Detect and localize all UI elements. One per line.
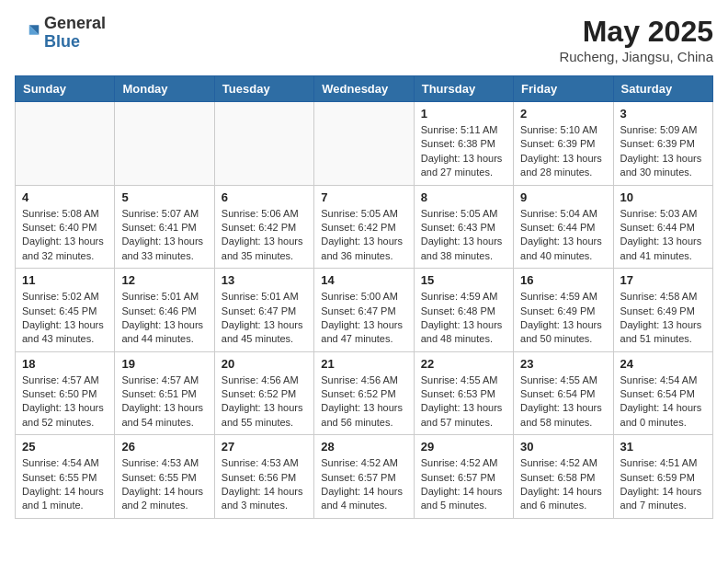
day-info: Sunrise: 4:54 AM Sunset: 6:55 PM Dayligh… bbox=[22, 456, 108, 513]
calendar-cell: 24Sunrise: 4:54 AM Sunset: 6:54 PM Dayli… bbox=[613, 351, 712, 435]
day-number: 12 bbox=[121, 273, 207, 287]
calendar-cell: 17Sunrise: 4:58 AM Sunset: 6:49 PM Dayli… bbox=[613, 269, 712, 352]
day-number: 18 bbox=[22, 357, 108, 371]
calendar-cell: 23Sunrise: 4:55 AM Sunset: 6:54 PM Dayli… bbox=[514, 351, 613, 435]
day-number: 10 bbox=[620, 190, 706, 204]
calendar-week-row: 4Sunrise: 5:08 AM Sunset: 6:40 PM Daylig… bbox=[16, 185, 713, 269]
calendar-cell: 22Sunrise: 4:55 AM Sunset: 6:53 PM Dayli… bbox=[414, 351, 513, 435]
day-number: 28 bbox=[321, 440, 406, 454]
calendar-week-row: 11Sunrise: 5:02 AM Sunset: 6:45 PM Dayli… bbox=[16, 269, 713, 352]
logo-general: General bbox=[44, 14, 106, 32]
calendar-table: SundayMondayTuesdayWednesdayThursdayFrid… bbox=[15, 75, 713, 519]
calendar-cell: 12Sunrise: 5:01 AM Sunset: 6:46 PM Dayli… bbox=[115, 269, 214, 352]
weekday-header: Tuesday bbox=[214, 76, 313, 102]
day-number: 25 bbox=[22, 440, 108, 454]
day-number: 20 bbox=[222, 357, 307, 371]
day-number: 14 bbox=[321, 273, 406, 287]
weekday-header: Monday bbox=[115, 76, 214, 102]
calendar-cell: 7Sunrise: 5:05 AM Sunset: 6:42 PM Daylig… bbox=[314, 185, 414, 269]
day-info: Sunrise: 4:56 AM Sunset: 6:52 PM Dayligh… bbox=[222, 373, 307, 431]
logo: General Blue bbox=[15, 15, 106, 52]
day-number: 26 bbox=[121, 440, 207, 454]
day-number: 29 bbox=[421, 440, 506, 454]
calendar-cell: 9Sunrise: 5:04 AM Sunset: 6:44 PM Daylig… bbox=[514, 185, 613, 269]
calendar-cell: 3Sunrise: 5:09 AM Sunset: 6:39 PM Daylig… bbox=[613, 102, 712, 186]
calendar-cell bbox=[214, 102, 313, 186]
day-info: Sunrise: 4:57 AM Sunset: 6:51 PM Dayligh… bbox=[121, 373, 207, 431]
calendar-cell: 20Sunrise: 4:56 AM Sunset: 6:52 PM Dayli… bbox=[214, 351, 313, 435]
day-info: Sunrise: 4:54 AM Sunset: 6:54 PM Dayligh… bbox=[620, 373, 706, 431]
day-info: Sunrise: 4:58 AM Sunset: 6:49 PM Dayligh… bbox=[620, 290, 706, 347]
calendar-cell bbox=[16, 102, 115, 186]
day-number: 13 bbox=[222, 273, 307, 287]
calendar-cell: 4Sunrise: 5:08 AM Sunset: 6:40 PM Daylig… bbox=[16, 185, 115, 269]
day-number: 21 bbox=[321, 357, 406, 371]
calendar-cell: 19Sunrise: 4:57 AM Sunset: 6:51 PM Dayli… bbox=[115, 351, 214, 435]
day-number: 2 bbox=[520, 107, 606, 121]
day-number: 19 bbox=[121, 357, 207, 371]
calendar-week-row: 1Sunrise: 5:11 AM Sunset: 6:38 PM Daylig… bbox=[16, 102, 713, 186]
calendar-cell: 2Sunrise: 5:10 AM Sunset: 6:39 PM Daylig… bbox=[514, 102, 613, 186]
month-title: May 2025 bbox=[559, 15, 713, 49]
day-info: Sunrise: 5:06 AM Sunset: 6:42 PM Dayligh… bbox=[222, 207, 307, 264]
day-info: Sunrise: 4:53 AM Sunset: 6:56 PM Dayligh… bbox=[222, 456, 307, 513]
calendar-cell bbox=[115, 102, 214, 186]
day-number: 24 bbox=[620, 357, 706, 371]
calendar-cell: 5Sunrise: 5:07 AM Sunset: 6:41 PM Daylig… bbox=[115, 185, 214, 269]
day-number: 5 bbox=[121, 190, 207, 204]
day-info: Sunrise: 5:02 AM Sunset: 6:45 PM Dayligh… bbox=[22, 290, 108, 347]
calendar-cell: 29Sunrise: 4:52 AM Sunset: 6:57 PM Dayli… bbox=[414, 435, 513, 519]
day-number: 31 bbox=[620, 440, 706, 454]
day-number: 27 bbox=[222, 440, 307, 454]
day-info: Sunrise: 4:51 AM Sunset: 6:59 PM Dayligh… bbox=[620, 456, 706, 513]
day-number: 11 bbox=[22, 273, 108, 287]
day-info: Sunrise: 5:05 AM Sunset: 6:43 PM Dayligh… bbox=[421, 207, 506, 264]
weekday-header: Wednesday bbox=[314, 76, 414, 102]
day-info: Sunrise: 4:57 AM Sunset: 6:50 PM Dayligh… bbox=[22, 373, 108, 431]
day-number: 6 bbox=[222, 190, 307, 204]
weekday-header: Friday bbox=[514, 76, 613, 102]
day-info: Sunrise: 5:05 AM Sunset: 6:42 PM Dayligh… bbox=[321, 207, 406, 264]
calendar-cell: 14Sunrise: 5:00 AM Sunset: 6:47 PM Dayli… bbox=[314, 269, 414, 352]
day-info: Sunrise: 4:55 AM Sunset: 6:53 PM Dayligh… bbox=[421, 373, 506, 431]
weekday-header-row: SundayMondayTuesdayWednesdayThursdayFrid… bbox=[16, 76, 713, 102]
page-header: General Blue May 2025 Rucheng, Jiangsu, … bbox=[15, 15, 713, 64]
day-info: Sunrise: 4:56 AM Sunset: 6:52 PM Dayligh… bbox=[321, 373, 406, 431]
day-info: Sunrise: 4:59 AM Sunset: 6:48 PM Dayligh… bbox=[421, 290, 506, 347]
calendar-cell: 16Sunrise: 4:59 AM Sunset: 6:49 PM Dayli… bbox=[514, 269, 613, 352]
day-info: Sunrise: 5:01 AM Sunset: 6:47 PM Dayligh… bbox=[222, 290, 307, 347]
calendar-cell: 15Sunrise: 4:59 AM Sunset: 6:48 PM Dayli… bbox=[414, 269, 513, 352]
day-number: 23 bbox=[520, 357, 606, 371]
day-info: Sunrise: 5:04 AM Sunset: 6:44 PM Dayligh… bbox=[520, 207, 606, 264]
day-number: 15 bbox=[421, 273, 506, 287]
day-info: Sunrise: 4:53 AM Sunset: 6:55 PM Dayligh… bbox=[121, 456, 207, 513]
calendar-cell bbox=[314, 102, 414, 186]
calendar-week-row: 25Sunrise: 4:54 AM Sunset: 6:55 PM Dayli… bbox=[16, 435, 713, 519]
logo-blue: Blue bbox=[44, 32, 80, 51]
day-number: 17 bbox=[620, 273, 706, 287]
calendar-cell: 13Sunrise: 5:01 AM Sunset: 6:47 PM Dayli… bbox=[214, 269, 313, 352]
calendar-cell: 30Sunrise: 4:52 AM Sunset: 6:58 PM Dayli… bbox=[514, 435, 613, 519]
day-info: Sunrise: 4:52 AM Sunset: 6:57 PM Dayligh… bbox=[321, 456, 406, 513]
calendar-cell: 26Sunrise: 4:53 AM Sunset: 6:55 PM Dayli… bbox=[115, 435, 214, 519]
calendar-cell: 8Sunrise: 5:05 AM Sunset: 6:43 PM Daylig… bbox=[414, 185, 513, 269]
location: Rucheng, Jiangsu, China bbox=[559, 49, 713, 64]
calendar-cell: 11Sunrise: 5:02 AM Sunset: 6:45 PM Dayli… bbox=[16, 269, 115, 352]
day-number: 1 bbox=[421, 107, 506, 121]
day-number: 8 bbox=[421, 190, 506, 204]
day-number: 4 bbox=[22, 190, 108, 204]
calendar-cell: 27Sunrise: 4:53 AM Sunset: 6:56 PM Dayli… bbox=[214, 435, 313, 519]
weekday-header: Thursday bbox=[414, 76, 513, 102]
logo-icon bbox=[15, 20, 40, 46]
day-info: Sunrise: 4:55 AM Sunset: 6:54 PM Dayligh… bbox=[520, 373, 606, 431]
weekday-header: Sunday bbox=[16, 76, 115, 102]
title-block: May 2025 Rucheng, Jiangsu, China bbox=[559, 15, 713, 64]
calendar-cell: 1Sunrise: 5:11 AM Sunset: 6:38 PM Daylig… bbox=[414, 102, 513, 186]
day-info: Sunrise: 4:52 AM Sunset: 6:58 PM Dayligh… bbox=[520, 456, 606, 513]
day-info: Sunrise: 5:11 AM Sunset: 6:38 PM Dayligh… bbox=[421, 123, 506, 180]
calendar-cell: 25Sunrise: 4:54 AM Sunset: 6:55 PM Dayli… bbox=[16, 435, 115, 519]
day-info: Sunrise: 5:07 AM Sunset: 6:41 PM Dayligh… bbox=[121, 207, 207, 264]
day-number: 22 bbox=[421, 357, 506, 371]
day-info: Sunrise: 5:00 AM Sunset: 6:47 PM Dayligh… bbox=[321, 290, 406, 347]
day-number: 7 bbox=[321, 190, 406, 204]
